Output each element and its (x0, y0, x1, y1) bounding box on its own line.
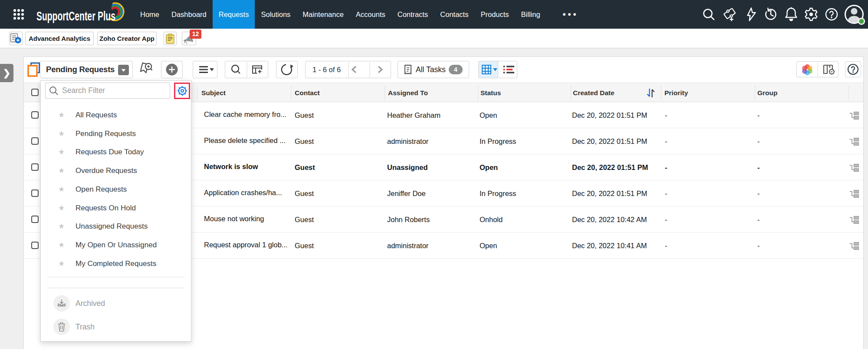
svg-text:SupportCenter Plus: SupportCenter Plus (36, 9, 115, 23)
